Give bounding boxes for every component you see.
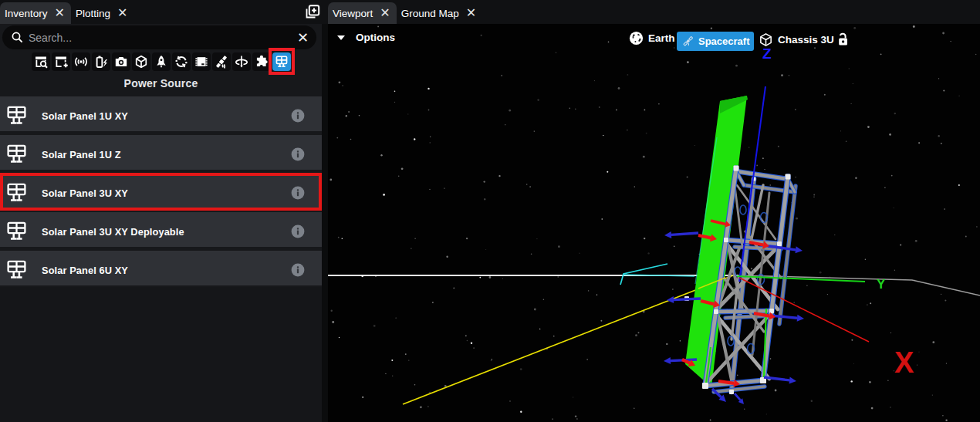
- svg-text:Z: Z: [762, 46, 772, 62]
- svg-text:X: X: [894, 346, 914, 379]
- svg-text:Y: Y: [877, 277, 886, 292]
